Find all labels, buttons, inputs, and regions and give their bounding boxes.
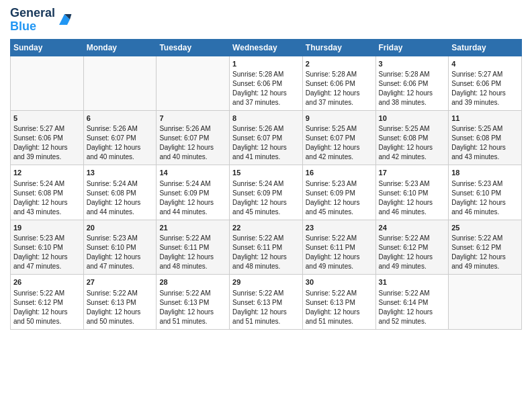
day-cell: 6Sunrise: 5:26 AMSunset: 6:07 PMDaylight…: [83, 110, 157, 165]
day-cell: 19Sunrise: 5:23 AMSunset: 6:10 PMDayligh…: [11, 220, 84, 274]
day-info-line: Sunrise: 5:22 AM: [87, 289, 154, 298]
day-number: 10: [379, 113, 446, 124]
day-info-line: Sunrise: 5:25 AM: [306, 124, 373, 134]
day-info-line: and 44 minutes.: [159, 208, 226, 217]
day-info-line: Daylight: 12 hours: [232, 253, 300, 262]
day-info-line: Daylight: 12 hours: [13, 308, 81, 317]
day-number: 20: [87, 223, 154, 233]
day-number: 11: [451, 113, 519, 124]
day-info-line: and 42 minutes.: [306, 152, 373, 162]
day-cell: 16Sunrise: 5:23 AMSunset: 6:09 PMDayligh…: [302, 165, 375, 220]
day-cell: 12Sunrise: 5:24 AMSunset: 6:08 PMDayligh…: [11, 165, 84, 220]
day-info-line: Sunrise: 5:28 AM: [232, 70, 300, 79]
day-info-line: Sunset: 6:06 PM: [451, 79, 519, 89]
day-info-line: Sunrise: 5:24 AM: [159, 179, 226, 189]
day-info-line: Sunrise: 5:22 AM: [232, 234, 300, 243]
day-info-line: Sunset: 6:08 PM: [379, 134, 446, 143]
day-info-line: and 51 minutes.: [232, 317, 300, 326]
day-info-line: and 45 minutes.: [232, 208, 300, 217]
day-info-line: Sunset: 6:11 PM: [159, 243, 226, 253]
day-number: 18: [451, 168, 519, 178]
day-info-line: Sunrise: 5:27 AM: [451, 70, 519, 79]
day-cell: 28Sunrise: 5:22 AMSunset: 6:13 PMDayligh…: [157, 275, 230, 329]
day-info-line: and 48 minutes.: [232, 262, 300, 271]
day-info-line: Sunset: 6:06 PM: [232, 79, 300, 89]
day-info-line: Sunset: 6:08 PM: [451, 134, 519, 143]
day-info-line: Sunrise: 5:26 AM: [87, 124, 154, 134]
day-info-line: and 50 minutes.: [13, 317, 81, 326]
day-info-line: Sunset: 6:09 PM: [306, 189, 373, 198]
day-number: 27: [87, 277, 154, 287]
day-cell: 7Sunrise: 5:26 AMSunset: 6:07 PMDaylight…: [157, 110, 230, 165]
day-info-line: Sunset: 6:06 PM: [13, 134, 81, 143]
day-cell: 27Sunrise: 5:22 AMSunset: 6:13 PMDayligh…: [83, 275, 157, 329]
day-info-line: and 52 minutes.: [379, 317, 446, 326]
day-info-line: Sunrise: 5:24 AM: [13, 179, 81, 189]
day-info-line: Sunrise: 5:27 AM: [13, 124, 81, 134]
day-cell: 20Sunrise: 5:23 AMSunset: 6:10 PMDayligh…: [83, 220, 157, 274]
day-number: 14: [159, 168, 226, 178]
day-number: 24: [379, 223, 446, 233]
day-info-line: and 45 minutes.: [306, 208, 373, 217]
day-number: 29: [232, 277, 300, 287]
day-info-line: Sunset: 6:10 PM: [379, 189, 446, 198]
day-info-line: Sunrise: 5:23 AM: [306, 179, 373, 189]
day-info-line: and 43 minutes.: [451, 152, 519, 162]
day-cell: 14Sunrise: 5:24 AMSunset: 6:09 PMDayligh…: [157, 165, 230, 220]
day-number: 6: [87, 113, 154, 124]
day-info-line: Daylight: 12 hours: [379, 89, 446, 98]
day-cell: 3Sunrise: 5:28 AMSunset: 6:06 PMDaylight…: [375, 56, 449, 110]
day-info-line: Sunset: 6:13 PM: [87, 298, 154, 308]
day-info-line: Sunset: 6:07 PM: [87, 134, 154, 143]
day-info-line: Sunrise: 5:23 AM: [451, 179, 519, 189]
day-info-line: Daylight: 12 hours: [379, 253, 446, 262]
day-number: 9: [306, 113, 373, 124]
day-info-line: Daylight: 12 hours: [451, 143, 519, 152]
day-info-line: Sunrise: 5:25 AM: [379, 124, 446, 134]
day-info-line: Sunset: 6:07 PM: [306, 134, 373, 143]
day-info-line: and 49 minutes.: [379, 262, 446, 271]
day-cell: 24Sunrise: 5:22 AMSunset: 6:12 PMDayligh…: [375, 220, 449, 274]
day-cell: 15Sunrise: 5:24 AMSunset: 6:09 PMDayligh…: [230, 165, 303, 220]
logo-icon: [56, 11, 73, 28]
day-info-line: Daylight: 12 hours: [379, 198, 446, 208]
day-info-line: and 37 minutes.: [232, 98, 300, 107]
day-number: 13: [87, 168, 154, 178]
day-cell: 4Sunrise: 5:27 AMSunset: 6:06 PMDaylight…: [449, 56, 522, 110]
day-cell: 13Sunrise: 5:24 AMSunset: 6:08 PMDayligh…: [83, 165, 157, 220]
day-info-line: and 40 minutes.: [159, 152, 226, 162]
day-info-line: Sunset: 6:14 PM: [379, 298, 446, 308]
day-info-line: Sunrise: 5:22 AM: [379, 289, 446, 298]
day-cell: 1Sunrise: 5:28 AMSunset: 6:06 PMDaylight…: [230, 56, 303, 110]
day-info-line: Daylight: 12 hours: [306, 308, 373, 317]
week-row-1: 1Sunrise: 5:28 AMSunset: 6:06 PMDaylight…: [11, 56, 522, 110]
header-cell-saturday: Saturday: [449, 39, 522, 56]
day-info-line: Sunrise: 5:23 AM: [13, 234, 81, 243]
day-info-line: and 44 minutes.: [87, 208, 154, 217]
day-info-line: Daylight: 12 hours: [306, 253, 373, 262]
day-number: 1: [232, 59, 300, 69]
day-cell: [83, 56, 157, 110]
day-number: 28: [159, 277, 226, 287]
day-number: 3: [379, 59, 446, 69]
day-info-line: Sunset: 6:07 PM: [232, 134, 300, 143]
day-cell: 8Sunrise: 5:26 AMSunset: 6:07 PMDaylight…: [230, 110, 303, 165]
day-info-line: and 42 minutes.: [379, 152, 446, 162]
day-info-line: Sunset: 6:06 PM: [306, 79, 373, 89]
day-info-line: Daylight: 12 hours: [379, 143, 446, 152]
day-cell: 10Sunrise: 5:25 AMSunset: 6:08 PMDayligh…: [375, 110, 449, 165]
day-info-line: and 50 minutes.: [87, 317, 154, 326]
day-number: 26: [13, 277, 81, 287]
day-info-line: and 49 minutes.: [451, 262, 519, 271]
day-info-line: and 38 minutes.: [379, 98, 446, 107]
day-info-line: Daylight: 12 hours: [87, 253, 154, 262]
day-info-line: Sunrise: 5:23 AM: [379, 179, 446, 189]
day-info-line: Daylight: 12 hours: [232, 308, 300, 317]
header-cell-monday: Monday: [83, 39, 157, 56]
day-info-line: Sunrise: 5:28 AM: [306, 70, 373, 79]
day-cell: 17Sunrise: 5:23 AMSunset: 6:10 PMDayligh…: [375, 165, 449, 220]
week-row-5: 26Sunrise: 5:22 AMSunset: 6:12 PMDayligh…: [11, 275, 522, 329]
day-cell: 29Sunrise: 5:22 AMSunset: 6:13 PMDayligh…: [230, 275, 303, 329]
day-info-line: Daylight: 12 hours: [87, 198, 154, 208]
header-cell-tuesday: Tuesday: [157, 39, 230, 56]
